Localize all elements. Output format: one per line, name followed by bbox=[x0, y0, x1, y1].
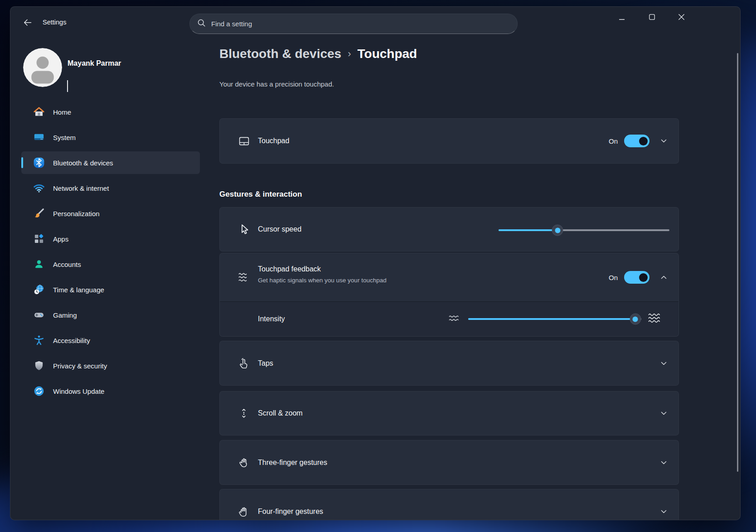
titlebar: Settings Find a setting bbox=[10, 7, 740, 44]
sidebar: Mayank Parmar Home System bbox=[10, 44, 219, 520]
sidebar-item-label: Personalization bbox=[53, 210, 100, 218]
chevron-down-icon[interactable] bbox=[660, 137, 668, 145]
maximize-icon bbox=[649, 14, 655, 22]
scrollbar[interactable] bbox=[737, 53, 738, 472]
toggle-knob bbox=[639, 273, 648, 282]
sidebar-item-network-internet[interactable]: Network & internet bbox=[21, 177, 200, 199]
sidebar-item-label: Bluetooth & devices bbox=[53, 159, 113, 167]
haptic-waves-icon bbox=[237, 271, 251, 284]
settings-window: Settings Find a setting Mayank Parmar bbox=[10, 6, 741, 520]
sidebar-item-windows-update[interactable]: Windows Update bbox=[21, 380, 200, 402]
scroll-zoom-label: Scroll & zoom bbox=[258, 409, 303, 417]
touchpad-feedback-toggle[interactable] bbox=[624, 271, 649, 284]
page-subtitle: Your device has a precision touchpad. bbox=[219, 80, 334, 88]
cursor-icon bbox=[237, 222, 251, 236]
sidebar-item-personalization[interactable]: Personalization bbox=[21, 202, 200, 225]
avatar bbox=[23, 48, 62, 87]
personalization-icon bbox=[33, 208, 45, 219]
chevron-up-icon[interactable] bbox=[660, 274, 668, 281]
sidebar-item-label: Privacy & security bbox=[53, 362, 107, 370]
chevron-down-icon[interactable] bbox=[660, 459, 668, 466]
three-finger-label: Three-finger gestures bbox=[258, 459, 327, 467]
search-icon bbox=[197, 19, 206, 29]
search-placeholder: Find a setting bbox=[211, 20, 252, 28]
touchpad-toggle[interactable] bbox=[624, 135, 649, 147]
windows-update-icon bbox=[33, 385, 45, 397]
breadcrumb-separator-icon: › bbox=[348, 48, 351, 60]
sidebar-item-accessibility[interactable]: Accessibility bbox=[21, 329, 200, 352]
slider-thumb[interactable] bbox=[630, 314, 641, 325]
apps-icon bbox=[33, 233, 45, 245]
maximize-button[interactable] bbox=[641, 10, 662, 25]
close-icon bbox=[678, 14, 684, 22]
four-finger-hand-icon bbox=[237, 505, 251, 518]
sidebar-item-label: Gaming bbox=[53, 311, 77, 319]
text-cursor bbox=[67, 80, 68, 92]
time-language-icon bbox=[33, 284, 45, 295]
sidebar-item-accounts[interactable]: Accounts bbox=[21, 253, 200, 276]
chevron-down-icon[interactable] bbox=[660, 410, 668, 417]
touchpad-label: Touchpad bbox=[258, 137, 289, 145]
taps-label: Taps bbox=[258, 359, 273, 368]
scroll-zoom-card[interactable]: Scroll & zoom bbox=[219, 391, 679, 435]
touchpad-icon bbox=[237, 134, 251, 148]
scroll-zoom-icon bbox=[237, 406, 251, 420]
back-button[interactable] bbox=[19, 17, 36, 30]
sidebar-item-gaming[interactable]: Gaming bbox=[21, 304, 200, 326]
page-title: Touchpad bbox=[358, 47, 417, 61]
slider-fill bbox=[468, 318, 635, 320]
sidebar-item-apps[interactable]: Apps bbox=[21, 227, 200, 250]
sidebar-item-home[interactable]: Home bbox=[21, 101, 200, 123]
three-finger-hand-icon bbox=[237, 456, 251, 469]
breadcrumb: Bluetooth & devices › Touchpad bbox=[219, 47, 417, 61]
touchpad-feedback-desc: Get haptic signals when you use your tou… bbox=[258, 277, 387, 284]
chevron-down-icon[interactable] bbox=[660, 508, 668, 515]
tap-finger-icon bbox=[237, 357, 251, 370]
accessibility-icon bbox=[33, 334, 45, 346]
cursor-speed-card: Cursor speed bbox=[219, 207, 679, 251]
three-finger-gestures-card[interactable]: Three-finger gestures bbox=[219, 440, 679, 485]
close-button[interactable] bbox=[671, 10, 692, 25]
four-finger-label: Four-finger gestures bbox=[258, 508, 323, 516]
touchpad-feedback-card: Touchpad feedback Get haptic signals whe… bbox=[219, 253, 679, 337]
cursor-speed-slider[interactable] bbox=[499, 224, 669, 237]
back-arrow-icon bbox=[23, 18, 33, 29]
touchpad-state: On bbox=[609, 137, 618, 145]
sidebar-item-label: Windows Update bbox=[53, 387, 104, 395]
intensity-high-waves-icon bbox=[647, 312, 663, 326]
sidebar-item-label: Home bbox=[53, 108, 71, 116]
taps-card[interactable]: Taps bbox=[219, 341, 679, 386]
sidebar-item-label: Accounts bbox=[53, 261, 81, 268]
slider-fill bbox=[499, 229, 557, 231]
intensity-low-waves-icon bbox=[448, 313, 461, 325]
sidebar-item-system[interactable]: System bbox=[21, 126, 200, 149]
touchpad-card[interactable]: Touchpad On bbox=[219, 118, 679, 164]
intensity-row: Intensity bbox=[220, 302, 678, 336]
touchpad-feedback-title: Touchpad feedback bbox=[258, 265, 321, 273]
cursor-speed-label: Cursor speed bbox=[258, 225, 301, 233]
touchpad-feedback-row[interactable]: Touchpad feedback Get haptic signals whe… bbox=[220, 253, 678, 301]
privacy-icon bbox=[33, 360, 45, 372]
sidebar-nav: Home System Bluetooth & devices bbox=[21, 101, 200, 405]
sidebar-item-time-language[interactable]: Time & language bbox=[21, 278, 200, 301]
minimize-button[interactable] bbox=[611, 10, 632, 25]
sidebar-item-label: Accessibility bbox=[53, 337, 90, 344]
accounts-icon bbox=[33, 258, 45, 270]
network-icon bbox=[33, 182, 45, 194]
sidebar-item-bluetooth-devices[interactable]: Bluetooth & devices bbox=[21, 151, 200, 174]
sidebar-item-label: System bbox=[53, 134, 76, 141]
search-input[interactable]: Find a setting bbox=[189, 14, 518, 34]
sidebar-item-privacy-security[interactable]: Privacy & security bbox=[21, 354, 200, 377]
chevron-down-icon[interactable] bbox=[660, 360, 668, 367]
home-icon bbox=[33, 106, 45, 118]
sidebar-item-label: Time & language bbox=[53, 286, 104, 294]
breadcrumb-parent[interactable]: Bluetooth & devices bbox=[219, 47, 341, 61]
four-finger-gestures-card[interactable]: Four-finger gestures bbox=[219, 489, 679, 520]
slider-thumb[interactable] bbox=[552, 225, 563, 236]
system-icon bbox=[33, 131, 45, 143]
intensity-slider[interactable] bbox=[468, 313, 641, 325]
bluetooth-icon bbox=[33, 157, 45, 169]
sidebar-item-label: Network & internet bbox=[53, 184, 109, 192]
touchpad-feedback-state: On bbox=[609, 274, 618, 281]
selection-indicator bbox=[21, 157, 23, 168]
